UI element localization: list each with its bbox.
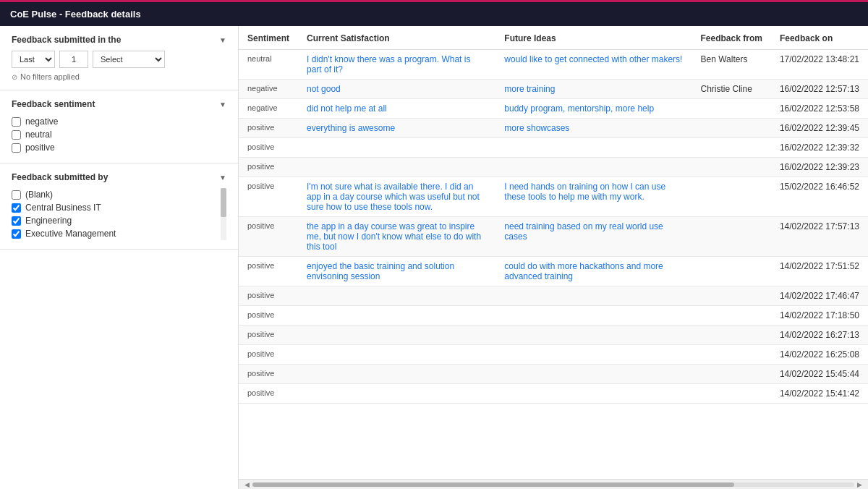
table-row[interactable]: neutralI didn't know there was a program… <box>239 50 868 80</box>
cell-current-satisfaction: I didn't know there was a program. What … <box>298 50 495 80</box>
cell-future-ideas <box>495 138 692 158</box>
table-row[interactable]: positive14/02/2022 16:27:13 <box>239 326 868 345</box>
period-number-input[interactable] <box>59 51 88 68</box>
cell-sentiment: positive <box>239 217 298 257</box>
date-filter-header[interactable]: Feedback submitted in the ▼ <box>12 35 226 45</box>
cell-future-ideas <box>495 158 692 177</box>
submitted-by-cbi-label: Central Business IT <box>25 203 101 213</box>
table-wrapper[interactable]: Sentiment Current Satisfaction Future Id… <box>239 26 868 479</box>
submitted-by-engineering-item[interactable]: Engineering <box>12 214 226 227</box>
submitted-by-exec-item[interactable]: Executive Management <box>12 227 226 240</box>
sentiment-neutral-item[interactable]: neutral <box>12 128 226 141</box>
submitted-by-exec-checkbox[interactable] <box>12 229 21 239</box>
scrollbar-bottom-track[interactable] <box>252 482 854 487</box>
no-filters-text: No filters applied <box>20 72 80 81</box>
cell-current-satisfaction: not good <box>298 80 495 99</box>
cell-current-satisfaction <box>298 138 495 158</box>
cell-future-ideas <box>495 326 692 345</box>
sidebar-scrollbar-thumb[interactable] <box>221 188 226 217</box>
cell-current-satisfaction <box>298 365 495 384</box>
sentiment-positive-item[interactable]: positive <box>12 141 226 154</box>
submitted-by-filter-label: Feedback submitted by <box>12 172 108 182</box>
submitted-by-cbi-checkbox[interactable] <box>12 203 21 213</box>
table-row[interactable]: positive14/02/2022 16:25:08 <box>239 345 868 365</box>
cell-current-satisfaction: everything is awesome <box>298 119 495 138</box>
table-row[interactable]: negativedid not help me at allbuddy prog… <box>239 99 868 119</box>
last-select[interactable]: Last <box>12 51 55 68</box>
col-feedback-on: Feedback on <box>771 26 868 50</box>
cell-feedback-on: 14/02/2022 15:45:44 <box>771 365 868 384</box>
cell-current-satisfaction <box>298 158 495 177</box>
cell-future-ideas: more showcases <box>495 119 692 138</box>
cell-feedback-on: 14/02/2022 17:18:50 <box>771 306 868 326</box>
submitted-by-blank-item[interactable]: (Blank) <box>12 188 226 201</box>
date-filter-chevron: ▼ <box>219 36 226 44</box>
scrollbar-bottom-thumb[interactable] <box>252 482 734 487</box>
sentiment-filter-label: Feedback sentiment <box>12 99 95 109</box>
cell-sentiment: negative <box>239 99 298 119</box>
cell-feedback-on: 17/02/2022 13:48:21 <box>771 50 868 80</box>
main-layout: Feedback submitted in the ▼ Last Select … <box>0 26 868 489</box>
sentiment-negative-checkbox[interactable] <box>12 117 21 127</box>
cell-feedback-on: 15/02/2022 16:46:52 <box>771 177 868 217</box>
submitted-by-blank-label: (Blank) <box>25 190 53 200</box>
cell-sentiment: positive <box>239 158 298 177</box>
cell-feedback-from <box>692 306 771 326</box>
cell-future-ideas <box>495 286 692 306</box>
scroll-left-arrow[interactable]: ◀ <box>242 481 252 488</box>
horizontal-scrollbar[interactable]: ◀ ▶ <box>239 479 868 489</box>
period-select[interactable]: Select Day(s) Week(s) Month(s) Year(s) <box>93 51 165 68</box>
cell-feedback-from <box>692 326 771 345</box>
table-row[interactable]: positiveeverything is awesomemore showca… <box>239 119 868 138</box>
cell-future-ideas: could do with more hackathons and more a… <box>495 257 692 286</box>
submitted-by-filter-header[interactable]: Feedback submitted by ▼ <box>12 172 226 182</box>
cell-sentiment: neutral <box>239 50 298 80</box>
table-row[interactable]: positive16/02/2022 12:39:32 <box>239 138 868 158</box>
table-body: neutralI didn't know there was a program… <box>239 50 868 404</box>
submitted-by-cbi-item[interactable]: Central Business IT <box>12 201 226 214</box>
cell-feedback-from <box>692 286 771 306</box>
col-current-satisfaction: Current Satisfaction <box>298 26 495 50</box>
table-row[interactable]: positivethe app in a day course was grea… <box>239 217 868 257</box>
no-filters-notice: ⊘ No filters applied <box>12 72 226 81</box>
cell-sentiment: positive <box>239 286 298 306</box>
title-bar: CoE Pulse - Feedback details <box>0 0 868 26</box>
cell-feedback-from: Ben Walters <box>692 50 771 80</box>
cell-feedback-on: 16/02/2022 12:39:45 <box>771 119 868 138</box>
cell-sentiment: positive <box>239 384 298 404</box>
table-row[interactable]: positive14/02/2022 15:45:44 <box>239 365 868 384</box>
cell-sentiment: positive <box>239 257 298 286</box>
table-row[interactable]: positive14/02/2022 17:46:47 <box>239 286 868 306</box>
table-header-row: Sentiment Current Satisfaction Future Id… <box>239 26 868 50</box>
table-row[interactable]: positive16/02/2022 12:39:23 <box>239 158 868 177</box>
content-area: Sentiment Current Satisfaction Future Id… <box>239 26 868 489</box>
date-filter-row: Last Select Day(s) Week(s) Month(s) Year… <box>12 51 226 68</box>
submitted-by-blank-checkbox[interactable] <box>12 190 21 200</box>
submitted-by-engineering-checkbox[interactable] <box>12 216 21 226</box>
col-sentiment: Sentiment <box>239 26 298 50</box>
sentiment-filter-header[interactable]: Feedback sentiment ▼ <box>12 99 226 109</box>
cell-sentiment: positive <box>239 326 298 345</box>
cell-feedback-from <box>692 158 771 177</box>
cell-feedback-from <box>692 119 771 138</box>
cell-feedback-from <box>692 177 771 217</box>
feedback-table: Sentiment Current Satisfaction Future Id… <box>239 26 868 404</box>
cell-sentiment: positive <box>239 345 298 365</box>
col-future-ideas: Future Ideas <box>495 26 692 50</box>
table-row[interactable]: positive14/02/2022 15:41:42 <box>239 384 868 404</box>
sentiment-filter-section: Feedback sentiment ▼ negative neutral po… <box>0 90 238 163</box>
scroll-right-arrow[interactable]: ▶ <box>854 481 865 488</box>
table-row[interactable]: positiveI'm not sure what is available t… <box>239 177 868 217</box>
date-filter-section: Feedback submitted in the ▼ Last Select … <box>0 26 238 90</box>
cell-current-satisfaction <box>298 286 495 306</box>
table-row[interactable]: negativenot goodmore trainingChristie Cl… <box>239 80 868 99</box>
table-row[interactable]: positive14/02/2022 17:18:50 <box>239 306 868 326</box>
cell-feedback-on: 14/02/2022 17:57:13 <box>771 217 868 257</box>
sentiment-neutral-checkbox[interactable] <box>12 130 21 140</box>
sentiment-negative-item[interactable]: negative <box>12 115 226 128</box>
sentiment-positive-checkbox[interactable] <box>12 143 21 153</box>
sentiment-negative-label: negative <box>25 116 58 127</box>
cell-future-ideas: I need hands on training on how I can us… <box>495 177 692 217</box>
table-row[interactable]: positiveenjoyed the basic training and s… <box>239 257 868 286</box>
cell-future-ideas <box>495 384 692 404</box>
